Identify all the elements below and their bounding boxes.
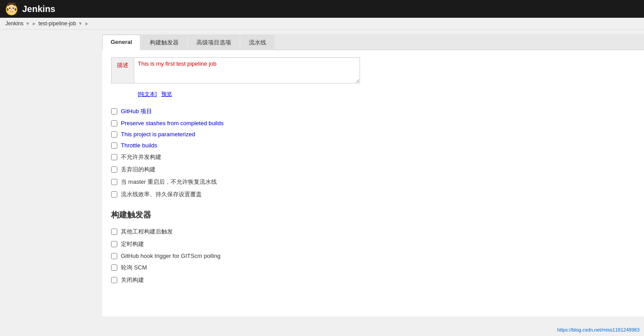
checkbox-pipeline-durability[interactable] (111, 191, 117, 198)
checkbox-label-throttle[interactable]: Throttle builds (121, 142, 157, 149)
breadcrumb-sep-0: ► (32, 21, 37, 26)
tab-general[interactable]: General (102, 35, 140, 50)
checkbox-item-disable-build: 关闭构建 (111, 274, 635, 286)
svg-point-5 (12, 8, 14, 9)
description-row: 描述 This is my first test pipeline job (111, 57, 360, 83)
plaintext-link[interactable]: [纯文本] (138, 91, 157, 97)
checkbox-item-github-hook: GitHub hook trigger for GITScm polling (111, 250, 635, 261)
checkbox-label-discard-old[interactable]: 丢弃旧的构建 (121, 166, 156, 174)
trigger-checkbox-list: 其他工程构建后触发 定时构建 GitHub hook trigger for G… (111, 225, 635, 286)
checkbox-no-concurrent[interactable] (111, 154, 117, 160)
checkbox-label-poll-scm[interactable]: 轮询 SCM (121, 264, 147, 272)
jenkins-logo (4, 2, 19, 16)
checkbox-parameterized[interactable] (111, 131, 117, 138)
breadcrumb-jenkins[interactable]: Jenkins (5, 20, 24, 27)
svg-point-4 (9, 8, 10, 9)
description-textarea[interactable]: This is my first test pipeline job (134, 58, 360, 83)
checkbox-label-parameterized[interactable]: This project is parameterized (121, 131, 195, 138)
checkbox-item-scheduled: 定时构建 (111, 238, 635, 250)
checkbox-github-hook[interactable] (111, 253, 117, 259)
preview-links: [纯文本] 预览 (111, 91, 635, 98)
svg-point-3 (7, 4, 16, 14)
checkbox-poll-scm[interactable] (111, 265, 117, 271)
checkbox-preserve-stashes[interactable] (111, 120, 117, 126)
checkbox-label-pipeline-durability[interactable]: 流水线效率、持久保存设置覆盖 (121, 190, 202, 198)
header-title: Jenkins (22, 4, 55, 14)
checkbox-label-disable-build[interactable]: 关闭构建 (121, 276, 144, 284)
checkbox-label-github-hook[interactable]: GitHub hook trigger for GITScm polling (121, 253, 220, 259)
checkbox-throttle[interactable] (111, 142, 117, 149)
checkbox-after-other[interactable] (111, 229, 117, 235)
svg-rect-7 (7, 8, 8, 11)
checkbox-item-throttle: Throttle builds (111, 140, 635, 151)
checkbox-label-preserve-stashes[interactable]: Preserve stashes from completed builds (121, 120, 224, 126)
checkbox-item-preserve-stashes: Preserve stashes from completed builds (111, 118, 635, 129)
tab-advanced-options[interactable]: 高级项目选项 (188, 35, 240, 50)
checkbox-label-no-concurrent[interactable]: 不允许并发构建 (121, 153, 161, 161)
tab-build-triggers[interactable]: 构建触发器 (141, 35, 187, 50)
tabs-bar: General 构建触发器 高级项目选项 流水线 (102, 34, 644, 50)
preview-link[interactable]: 预览 (161, 91, 172, 97)
checkbox-disable-build[interactable] (111, 277, 117, 283)
description-label: 描述 (112, 58, 134, 83)
checkbox-item-after-other: 其他工程构建后触发 (111, 225, 635, 238)
checkbox-item-pipeline-durability: 流水线效率、持久保存设置覆盖 (111, 188, 635, 201)
checkbox-item-poll-scm: 轮询 SCM (111, 261, 635, 274)
svg-point-6 (11, 9, 12, 10)
form-area: 描述 This is my first test pipeline job [纯… (102, 50, 644, 316)
breadcrumb-sep-1: ► (84, 21, 89, 26)
checkbox-item-github-project: GitHub 项目 (111, 105, 635, 118)
checkbox-item-discard-old: 丢弃旧的构建 (111, 163, 635, 176)
header: Jenkins (0, 0, 644, 18)
checkbox-item-no-concurrent: 不允许并发构建 (111, 151, 635, 163)
general-checkbox-list: GitHub 项目 Preserve stashes from complete… (111, 105, 635, 201)
checkbox-github-project[interactable] (111, 108, 117, 115)
breadcrumb-pipeline[interactable]: test-pipeline-job (38, 20, 76, 27)
checkbox-discard-old[interactable] (111, 166, 117, 173)
checkbox-item-parameterized: This project is parameterized (111, 129, 635, 140)
trigger-section-heading: 构建触发器 (111, 210, 635, 220)
breadcrumb-dropdown-0[interactable]: ▼ (25, 21, 30, 26)
checkbox-scheduled[interactable] (111, 241, 117, 247)
checkbox-label-scheduled[interactable]: 定时构建 (121, 240, 144, 248)
svg-rect-8 (15, 8, 16, 11)
tab-pipeline[interactable]: 流水线 (240, 35, 275, 50)
checkbox-item-no-resume: 当 master 重启后，不允许恢复流水线 (111, 176, 635, 188)
breadcrumb: Jenkins ▼ ► test-pipeline-job ▼ ► (0, 18, 644, 30)
breadcrumb-dropdown-1[interactable]: ▼ (78, 21, 83, 26)
checkbox-label-after-other[interactable]: 其他工程构建后触发 (121, 228, 173, 236)
checkbox-label-no-resume[interactable]: 当 master 重启后，不允许恢复流水线 (121, 178, 217, 186)
checkbox-no-resume[interactable] (111, 179, 117, 185)
checkbox-label-github-project[interactable]: GitHub 项目 (121, 107, 152, 115)
main-content: General 构建触发器 高级项目选项 流水线 描述 This is my f… (0, 30, 644, 316)
